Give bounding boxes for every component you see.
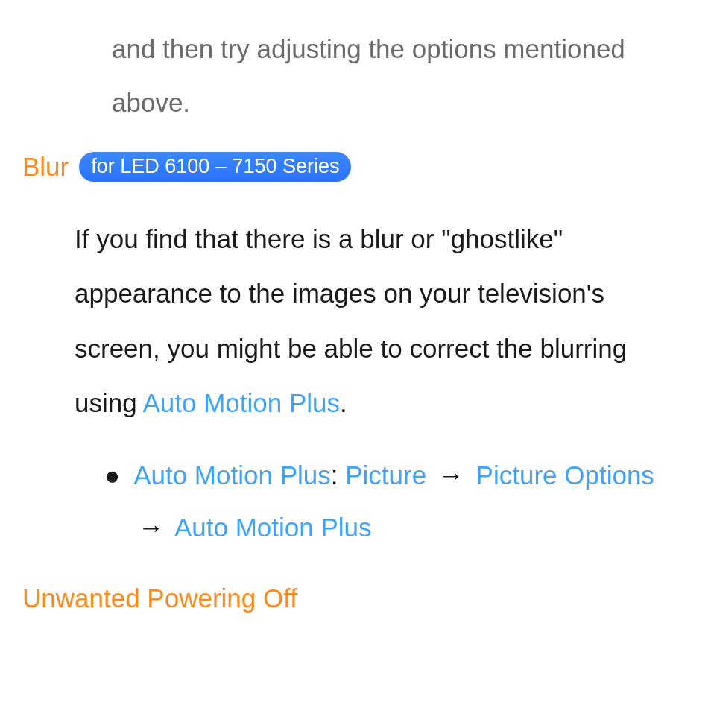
blur-body-text: If you find that there is a blur or "gho… xyxy=(75,212,674,431)
bullet-marker: ● xyxy=(104,449,120,554)
path-label: Auto Motion Plus xyxy=(133,460,331,490)
unwanted-powering-off-title: Unwanted Powering Off xyxy=(22,583,689,613)
menu-path-bullet: ● Auto Motion Plus: Picture → Picture Op… xyxy=(104,449,666,554)
path-colon: : xyxy=(331,460,345,490)
arrow-icon: → xyxy=(133,513,168,542)
auto-motion-plus-link: Auto Motion Plus xyxy=(142,388,340,417)
path-step-auto-motion-plus: Auto Motion Plus xyxy=(174,513,372,542)
series-badge: for LED 6100 – 7150 Series xyxy=(79,152,351,182)
blur-title: Blur xyxy=(22,152,69,182)
manual-page: and then try adjusting the options menti… xyxy=(0,0,711,636)
menu-path: Auto Motion Plus: Picture → Picture Opti… xyxy=(133,449,666,554)
arrow-icon: → xyxy=(434,460,469,490)
previous-section-continuation: and then try adjusting the options menti… xyxy=(112,22,689,130)
path-step-picture-options: Picture Options xyxy=(476,460,654,490)
path-step-picture: Picture xyxy=(345,460,426,490)
blur-body-period: . xyxy=(340,388,347,417)
blur-section-header: Blur for LED 6100 – 7150 Series xyxy=(22,152,689,182)
